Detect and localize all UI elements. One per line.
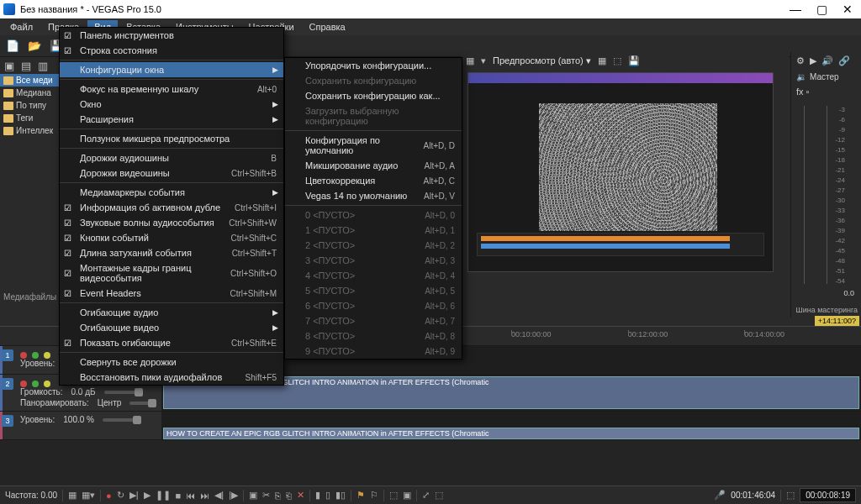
tool-icon[interactable]: ⬚: [435, 490, 443, 501]
folder-icon: [3, 114, 13, 123]
menu-item[interactable]: ☑Строка состояния: [60, 43, 283, 58]
pause-icon[interactable]: ❚❚: [156, 490, 171, 501]
submenu-item: 2 <ПУСТО>Alt+D, 2: [285, 238, 462, 253]
tree-icon-2[interactable]: ▤: [18, 58, 34, 74]
tree-item-3[interactable]: Теги: [0, 112, 59, 124]
menu-item[interactable]: Конфигурации окна▶: [60, 62, 283, 77]
track-header-3[interactable]: 3 Уровень:100.0 %: [0, 412, 161, 439]
tree-item-1[interactable]: Медиана: [0, 87, 59, 99]
menu-item[interactable]: Окно▶: [60, 97, 283, 112]
fx-icon[interactable]: fx ▫: [791, 85, 861, 98]
menu-item[interactable]: Свернуть все дорожки: [60, 354, 283, 370]
maximize-button[interactable]: ▢: [816, 3, 827, 16]
pan-slider[interactable]: [129, 402, 156, 405]
submenu-item[interactable]: Микширование аудиоAlt+D, A: [285, 158, 462, 173]
minimize-button[interactable]: —: [790, 3, 801, 16]
timecode-2[interactable]: 00:00:08:19: [800, 488, 856, 502]
tool-icon[interactable]: ✂: [262, 490, 270, 501]
menu-item[interactable]: ☑Звуковые волны аудиособытияCtrl+Shift+W: [60, 215, 283, 230]
play-icon[interactable]: ▶: [144, 490, 151, 501]
level-label: Уровень:: [20, 415, 55, 424]
stop-icon[interactable]: ■: [176, 491, 182, 501]
next-icon[interactable]: ⏭: [200, 491, 209, 501]
snap-icon[interactable]: ▮: [315, 490, 320, 501]
menu-item[interactable]: Расширения▶: [60, 112, 283, 127]
menu-item[interactable]: Медиамаркеры события▶: [60, 185, 283, 200]
tree-item-all[interactable]: Все меди: [0, 74, 59, 87]
tool-icon[interactable]: ⤢: [422, 490, 430, 501]
record-icon[interactable]: ●: [106, 491, 112, 501]
submenu-item[interactable]: Конфигурация по умолчаниюAlt+D, D: [285, 133, 462, 158]
prev-icon[interactable]: ▦: [466, 55, 474, 66]
tool-icon[interactable]: ✕: [297, 490, 304, 501]
gain-slider[interactable]: [104, 391, 143, 394]
menu-item[interactable]: Восстановить пики аудиофайловShift+F5: [60, 370, 283, 385]
close-button[interactable]: ✕: [843, 3, 853, 16]
menu-item[interactable]: Огибающие видео▶: [60, 320, 283, 335]
submenu-item[interactable]: Упорядочить конфигурации...: [285, 58, 462, 73]
level-slider[interactable]: [103, 418, 141, 422]
menu-file[interactable]: Файл: [3, 20, 40, 34]
menu-item[interactable]: ☑Event HeadersCtrl+Shift+M: [60, 286, 283, 301]
loop-icon[interactable]: ↻: [117, 490, 124, 501]
menu-item[interactable]: ☑Кнопки событийCtrl+Shift+C: [60, 230, 283, 245]
tree-icon-3[interactable]: ▥: [35, 58, 50, 74]
tree-icon-1[interactable]: ▣: [2, 58, 17, 74]
tool-icon[interactable]: ⬚: [786, 490, 795, 501]
grid-icon[interactable]: ▦▾: [82, 490, 95, 501]
tree-item-4[interactable]: Интеллек: [0, 124, 59, 137]
tool-icon[interactable]: ⎗: [286, 491, 292, 501]
menu-help[interactable]: Справка: [303, 20, 352, 34]
marker-icon[interactable]: ⚐: [370, 490, 378, 501]
folder-icon: [3, 102, 13, 110]
track-lane-3[interactable]: HOW TO CREATE AN EPIC RGB GLITCH INTRO A…: [161, 412, 861, 439]
mic-icon[interactable]: 🎤: [714, 490, 726, 501]
menu-item[interactable]: Дорожки видеошиныCtrl+Shift+B: [60, 165, 283, 181]
menu-item[interactable]: ☑Показать огибающиеCtrl+Shift+E: [60, 335, 283, 350]
new-icon[interactable]: 📄: [3, 38, 22, 54]
menu-item[interactable]: Огибающие аудио▶: [60, 305, 283, 320]
marker-icon[interactable]: ⚑: [357, 490, 365, 501]
prev-icon[interactable]: ⏮: [186, 491, 195, 501]
preview-quality-label[interactable]: Предпросмотр (авто) ▾: [493, 55, 591, 66]
menu-item[interactable]: ☑Информация об активном дублеCtrl+Shift+…: [60, 200, 283, 215]
prev-icon[interactable]: ⬚: [613, 55, 621, 66]
audio-clip[interactable]: HOW TO CREATE AN EPIC RGB GLITCH INTRO A…: [163, 428, 859, 439]
prev-icon[interactable]: 💾: [628, 55, 640, 66]
menu-item[interactable]: Дорожки аудиошиныB: [60, 150, 283, 165]
tool-icon[interactable]: ⬚: [389, 490, 398, 501]
menu-item[interactable]: Фокус на временную шкалуAlt+0: [60, 81, 283, 97]
submenu-item[interactable]: Сохранить конфигурацию как...: [285, 88, 462, 103]
submenu-item[interactable]: ЦветокоррекцияAlt+D, C: [285, 173, 462, 188]
timecode-1: 00:01:46:04: [731, 491, 775, 500]
step-back-icon[interactable]: ◀|: [214, 490, 224, 501]
tree-item-2[interactable]: По типу: [0, 99, 59, 112]
tool-icon[interactable]: ▣: [403, 490, 411, 501]
open-icon[interactable]: 📂: [25, 38, 44, 54]
snap-icon[interactable]: ▯: [325, 490, 330, 501]
grid-icon[interactable]: ▦: [68, 490, 77, 501]
prev-icon[interactable]: ▾: [481, 55, 486, 66]
submenu-item: 3 <ПУСТО>Alt+D, 3: [285, 253, 462, 268]
speaker-icon[interactable]: 🔊: [821, 55, 833, 66]
track-3: 3 Уровень:100.0 % HOW TO CREATE AN EPIC …: [0, 412, 861, 440]
prev-icon[interactable]: ▦: [598, 55, 606, 66]
snap-icon[interactable]: ▮▯: [335, 490, 346, 501]
menu-item[interactable]: Ползунок микшера предпросмотра: [60, 131, 283, 146]
link-icon[interactable]: 🔗: [838, 55, 850, 66]
play-start-icon[interactable]: ▶|: [129, 490, 139, 501]
menu-item[interactable]: ☑Длина затуханий событияCtrl+Shift+T: [60, 245, 283, 260]
submenu-item[interactable]: Vegas 14 по умолчаниюAlt+D, V: [285, 188, 462, 203]
step-fwd-icon[interactable]: |▶: [229, 490, 238, 501]
ruler-toolbar: ⚙ ▶ 🔊 🔗: [791, 52, 861, 69]
track-number: 3: [2, 415, 13, 427]
gear-icon[interactable]: ⚙: [796, 55, 805, 66]
menu-item[interactable]: ☑Монтажные кадры границ видеособытияCtrl…: [60, 260, 283, 286]
tool-icon[interactable]: ▣: [249, 490, 257, 501]
play-icon[interactable]: ▶: [810, 55, 816, 66]
submenu-item: Загрузить выбранную конфигурацию: [285, 103, 462, 129]
submenu-item: 7 <ПУСТО>Alt+D, 7: [285, 313, 462, 328]
tool-icon[interactable]: ⎘: [275, 491, 281, 501]
menu-item[interactable]: ☑Панель инструментов: [60, 28, 283, 43]
speaker-icon: 🔉: [796, 72, 806, 81]
